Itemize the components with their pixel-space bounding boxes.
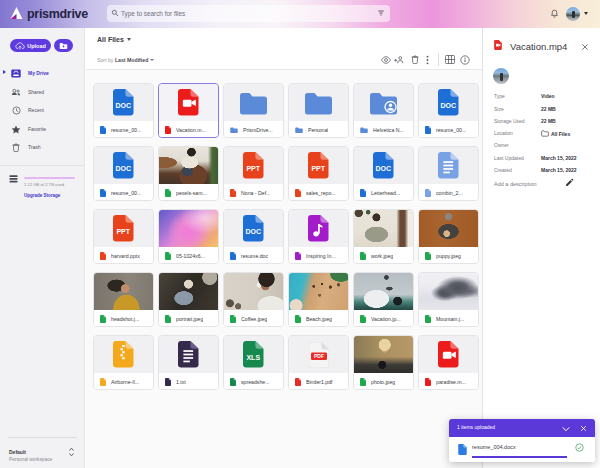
svg-text:DOC: DOC bbox=[246, 229, 262, 236]
svg-text:XLS: XLS bbox=[247, 355, 261, 362]
svg-text:DOC: DOC bbox=[116, 103, 132, 110]
svg-text:PPT: PPT bbox=[312, 166, 326, 173]
svg-text:DOC: DOC bbox=[376, 166, 392, 173]
svg-text:PDF: PDF bbox=[314, 353, 324, 359]
svg-text:DOC: DOC bbox=[116, 166, 132, 173]
svg-text:DOC: DOC bbox=[441, 103, 457, 110]
svg-text:PPT: PPT bbox=[247, 166, 261, 173]
svg-text:PPT: PPT bbox=[117, 229, 131, 236]
